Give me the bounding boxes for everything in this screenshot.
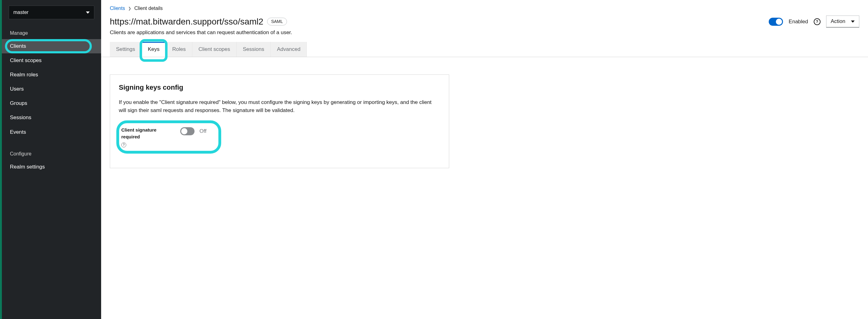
action-dropdown-label: Action [831,18,845,25]
breadcrumb-current: Client details [134,6,163,11]
tab-advanced[interactable]: Advanced [271,42,307,57]
sidebar: master Manage Clients Client scopes Real… [0,0,101,319]
tab-settings[interactable]: Settings [110,42,142,57]
sidebar-item-realm-roles[interactable]: Realm roles [2,68,101,82]
sidebar-item-client-scopes[interactable]: Client scopes [2,53,101,68]
nav-section-configure: Configure [2,146,101,160]
enabled-toggle[interactable] [769,18,783,26]
breadcrumb-clients-link[interactable]: Clients [110,6,125,11]
content-area: Signing keys config If you enable the "C… [101,57,868,185]
tab-keys[interactable]: Keys [142,42,166,57]
nav-section-manage: Manage [2,25,101,39]
field-label: Client signature required ? [121,126,162,147]
main: Clients ❯ Client details https://mat.bit… [101,0,868,319]
realm-selector-wrap: master [2,6,101,25]
sidebar-item-events[interactable]: Events [2,125,101,139]
toggle-knob [776,19,782,25]
sidebar-item-sessions[interactable]: Sessions [2,111,101,125]
help-icon[interactable]: ? [121,142,126,147]
toggle-knob [181,128,187,134]
card-description: If you enable the "Client signature requ… [119,98,440,115]
protocol-badge: SAML [267,18,287,26]
page-header: Clients ❯ Client details https://mat.bit… [101,0,868,42]
tab-sessions[interactable]: Sessions [237,42,271,57]
signing-keys-card: Signing keys config If you enable the "C… [110,75,449,168]
sidebar-item-users[interactable]: Users [2,82,101,96]
enabled-toggle-label: Enabled [788,19,808,25]
tab-client-scopes[interactable]: Client scopes [192,42,237,57]
page-title: https://mat.bitwarden.support/sso/saml2 [110,17,264,27]
sidebar-item-groups[interactable]: Groups [2,96,101,111]
client-signature-required-toggle[interactable] [180,127,194,135]
breadcrumb: Clients ❯ Client details [110,6,859,11]
sidebar-item-realm-settings[interactable]: Realm settings [2,160,101,174]
realm-selector-value: master [13,10,29,15]
sidebar-item-clients[interactable]: Clients [2,39,101,53]
help-icon[interactable]: ? [814,18,820,25]
toggle-state-label: Off [199,128,206,134]
tabs: Settings Keys Roles Client scopes Sessio… [101,42,868,57]
action-dropdown[interactable]: Action [826,16,859,28]
client-signature-required-row: Client signature required ? Off [119,123,440,150]
chevron-right-icon: ❯ [128,6,131,10]
chevron-down-icon [86,11,90,13]
tab-roles[interactable]: Roles [166,42,192,57]
chevron-down-icon [851,21,855,23]
card-heading: Signing keys config [119,84,440,91]
realm-selector[interactable]: master [9,6,94,19]
page-subtitle: Clients are applications and services th… [110,29,859,36]
